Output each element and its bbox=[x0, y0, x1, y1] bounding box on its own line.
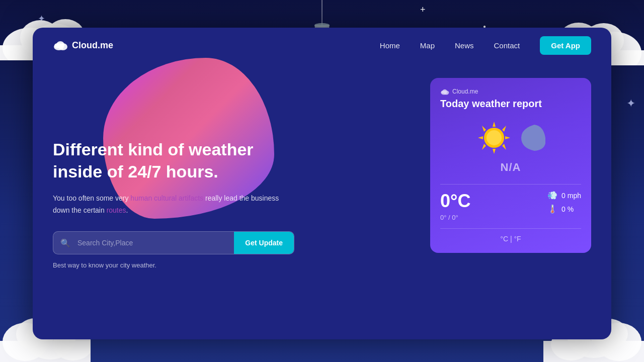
sun-icon bbox=[476, 120, 512, 156]
star-3: ✦ bbox=[626, 98, 635, 109]
moon-icon bbox=[517, 122, 545, 154]
temp-section: 0°C 0° / 0° bbox=[440, 191, 470, 221]
card-divider bbox=[440, 184, 581, 185]
device-frame: Cloud.me Home Map News Contact Get App D… bbox=[33, 28, 611, 339]
main-content: Different kind of weather inside of 24/7… bbox=[33, 63, 611, 339]
svg-marker-37 bbox=[493, 149, 496, 154]
card-brand: Cloud.me bbox=[440, 88, 581, 95]
svg-rect-16 bbox=[0, 341, 91, 362]
get-app-button[interactable]: Get App bbox=[540, 36, 591, 55]
subtitle-highlight1: human cultural artifacts bbox=[130, 194, 203, 202]
svg-marker-43 bbox=[482, 144, 486, 150]
svg-marker-40 bbox=[482, 126, 486, 132]
temp-range: 0° / 0° bbox=[440, 214, 470, 221]
weather-card: Cloud.me Today weather report bbox=[430, 78, 591, 253]
humidity-row: 🌡️ 0 % bbox=[547, 204, 574, 214]
wind-icon: 💨 bbox=[547, 191, 557, 200]
nav-links: Home Map News Contact Get App bbox=[380, 36, 591, 55]
nav-home[interactable]: Home bbox=[380, 41, 400, 50]
logo[interactable]: Cloud.me bbox=[53, 40, 113, 51]
svg-marker-36 bbox=[493, 122, 496, 127]
humidity-value: 0 % bbox=[561, 205, 574, 213]
unit-toggle[interactable]: °C | °F bbox=[440, 235, 581, 243]
svg-marker-42 bbox=[502, 126, 506, 132]
get-update-button[interactable]: Get Update bbox=[234, 232, 294, 254]
svg-rect-21 bbox=[543, 341, 644, 362]
svg-point-24 bbox=[314, 23, 330, 27]
nav-news[interactable]: News bbox=[455, 41, 474, 50]
svg-marker-41 bbox=[502, 144, 506, 150]
weather-stats: 0°C 0° / 0° 💨 0 mph 🌡️ 0 % bbox=[440, 191, 581, 221]
card-brand-text: Cloud.me bbox=[452, 88, 478, 95]
subtitle-highlight2: routes bbox=[107, 206, 126, 214]
svg-point-29 bbox=[54, 43, 60, 48]
temp-main: 0°C bbox=[440, 191, 470, 212]
hero-title: Different kind of weather inside of 24/7… bbox=[53, 138, 304, 183]
nav-map[interactable]: Map bbox=[420, 41, 435, 50]
logo-icon bbox=[53, 40, 68, 51]
search-bar: 🔍 Get Update bbox=[53, 231, 294, 254]
wind-speed: 0 mph bbox=[561, 192, 581, 200]
hero-subtitle: You too often some very human cultural a… bbox=[53, 193, 284, 217]
search-hint: Best way to know your city weather. bbox=[53, 261, 420, 269]
nav-contact[interactable]: Contact bbox=[494, 41, 520, 50]
search-input[interactable] bbox=[77, 232, 234, 254]
search-icon: 🔍 bbox=[60, 238, 70, 248]
left-section: Different kind of weather inside of 24/7… bbox=[53, 73, 420, 324]
card-title: Today weather report bbox=[440, 98, 581, 110]
subtitle-part3: . bbox=[126, 206, 128, 214]
weather-details: 💨 0 mph 🌡️ 0 % bbox=[547, 191, 581, 214]
search-icon-wrap: 🔍 bbox=[53, 232, 77, 254]
star-1: + bbox=[420, 5, 426, 14]
navbar: Cloud.me Home Map News Contact Get App bbox=[33, 28, 611, 63]
wind-row: 💨 0 mph bbox=[547, 191, 581, 200]
humidity-icon: 🌡️ bbox=[547, 204, 557, 214]
weather-icons bbox=[440, 120, 581, 156]
svg-point-33 bbox=[441, 90, 445, 94]
svg-point-35 bbox=[487, 130, 502, 145]
subtitle-part1: You too often some very bbox=[53, 194, 130, 202]
weather-status: N/A bbox=[440, 161, 581, 174]
card-divider-2 bbox=[440, 228, 581, 229]
logo-text: Cloud.me bbox=[72, 40, 113, 51]
svg-marker-38 bbox=[478, 136, 483, 139]
card-logo-icon bbox=[440, 88, 449, 95]
svg-marker-39 bbox=[505, 136, 510, 139]
right-section: Cloud.me Today weather report bbox=[430, 73, 591, 324]
